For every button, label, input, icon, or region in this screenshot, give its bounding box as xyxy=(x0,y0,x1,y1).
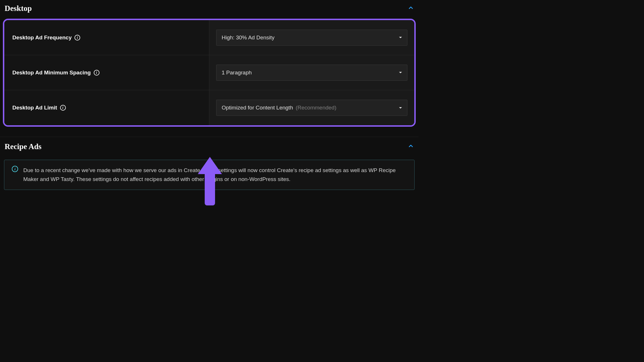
caret-down-icon xyxy=(399,107,402,109)
caret-down-icon xyxy=(399,37,402,38)
setting-row-ad-frequency: Desktop Ad Frequency i High: 30% Ad Dens… xyxy=(4,20,414,55)
select-hint: (Recommended) xyxy=(296,105,336,111)
setting-control-cell: Optimized for Content Length (Recommende… xyxy=(209,90,414,125)
recipe-section-header[interactable]: Recipe Ads xyxy=(0,137,419,157)
desktop-section: Desktop Desktop Ad Frequency i High: 30%… xyxy=(0,0,419,127)
recipe-ads-section: Recipe Ads i Due to a recent change we'v… xyxy=(0,137,419,190)
setting-label-cell: Desktop Ad Limit i xyxy=(4,90,209,125)
select-value: Optimized for Content Length xyxy=(222,105,293,111)
chevron-up-icon[interactable] xyxy=(408,143,414,151)
setting-label: Desktop Ad Limit xyxy=(12,105,57,111)
chevron-up-icon[interactable] xyxy=(408,5,414,12)
select-value: High: 30% Ad Density xyxy=(222,34,275,41)
setting-row-ad-limit: Desktop Ad Limit i Optimized for Content… xyxy=(4,90,414,125)
info-icon[interactable]: i xyxy=(94,70,99,76)
setting-label-cell: Desktop Ad Minimum Spacing i xyxy=(4,55,209,90)
setting-row-ad-min-spacing: Desktop Ad Minimum Spacing i 1 Paragraph xyxy=(4,55,414,90)
setting-label: Desktop Ad Frequency xyxy=(12,34,72,41)
desktop-section-title: Desktop xyxy=(5,4,32,13)
setting-control-cell: High: 30% Ad Density xyxy=(209,20,414,55)
ad-limit-select[interactable]: Optimized for Content Length (Recommende… xyxy=(216,100,407,116)
desktop-section-header[interactable]: Desktop xyxy=(0,0,419,17)
setting-control-cell: 1 Paragraph xyxy=(209,55,414,90)
select-value: 1 Paragraph xyxy=(222,70,252,76)
section-divider xyxy=(0,127,419,137)
recipe-notice: i Due to a recent change we've made with… xyxy=(4,160,415,190)
caret-down-icon xyxy=(399,72,402,73)
ad-frequency-select[interactable]: High: 30% Ad Density xyxy=(216,30,407,46)
settings-highlight-box: Desktop Ad Frequency i High: 30% Ad Dens… xyxy=(3,19,416,127)
recipe-notice-text: Due to a recent change we've made with h… xyxy=(23,166,407,184)
info-icon[interactable]: i xyxy=(74,35,80,41)
info-icon[interactable]: i xyxy=(60,105,66,111)
setting-label: Desktop Ad Minimum Spacing xyxy=(12,70,91,76)
ad-min-spacing-select[interactable]: 1 Paragraph xyxy=(216,65,407,81)
recipe-section-title: Recipe Ads xyxy=(5,142,41,151)
setting-label-cell: Desktop Ad Frequency i xyxy=(4,20,209,55)
info-icon: i xyxy=(12,166,18,172)
